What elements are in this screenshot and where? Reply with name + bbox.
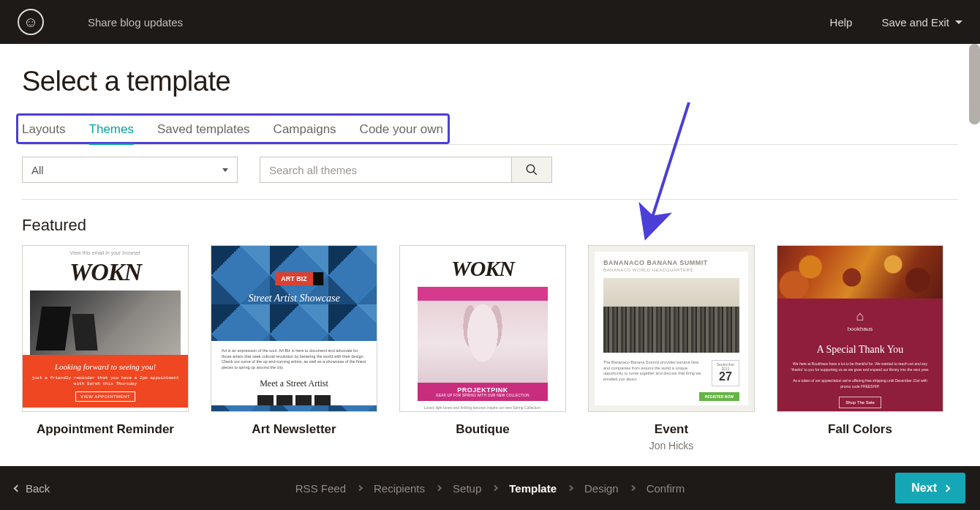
chevron-right-icon [492, 485, 498, 491]
template-title: Appointment Reminder [22, 422, 189, 437]
preview-logo: WOKN [23, 255, 188, 290]
chevron-right-icon [357, 485, 363, 491]
filter-row: All [22, 157, 958, 200]
chevron-down-icon [222, 168, 228, 172]
help-link[interactable]: Help [830, 16, 853, 29]
preview-headline: Looking forward to seeing you! [29, 362, 182, 371]
save-and-exit-label: Save and Exit [881, 16, 949, 29]
search-input[interactable] [260, 157, 511, 183]
template-card-event[interactable]: BANANACO BANANA SUMMIT BANANACO WORLD HE… [588, 245, 755, 451]
tab-saved-templates[interactable]: Saved templates [157, 122, 250, 144]
save-and-exit-button[interactable]: Save and Exit [881, 16, 962, 29]
preview-para-2: As a token of our appreciation we're off… [789, 378, 931, 389]
main-content: Select a template Layouts Themes Saved t… [0, 44, 980, 466]
template-card-art-newsletter[interactable]: ART BIZ Street Artist Showcase Art is an… [211, 245, 377, 451]
preview-photo: PROJEKTPINK GEAR UP FOR SPRING WITH OUR … [418, 287, 548, 401]
preview-inner: BANANACO BANANA SUMMIT BANANACO WORLD HE… [595, 252, 748, 405]
chevron-right-icon [629, 485, 635, 491]
top-header: ☺ Share blog updates Help Save and Exit [0, 0, 980, 44]
template-thumbnail: BANANACO BANANA SUMMIT BANANACO WORLD HE… [588, 245, 755, 412]
tabs: Layouts Themes Saved templates Campaigns… [22, 122, 958, 144]
logo[interactable]: ☺ [18, 9, 44, 35]
preview-skyline [603, 278, 739, 353]
search-button[interactable] [511, 157, 552, 183]
template-thumbnail: ⌂ bookhaus A Special Thank You We here a… [777, 245, 943, 412]
step-confirm[interactable]: Confirm [647, 482, 685, 495]
tab-code-your-own[interactable]: Code your own [360, 122, 443, 144]
preview-body-area: Art is an expression of the soul. Art Bi… [211, 341, 377, 405]
step-design[interactable]: Design [584, 482, 619, 495]
category-filter-value: All [31, 164, 44, 176]
template-card-boutique[interactable]: WOKN PROJEKTPINK GEAR UP FOR SPRING WITH… [399, 245, 566, 451]
preview-button: Shop The Sale [839, 397, 881, 408]
chevron-right-icon [568, 485, 573, 491]
template-thumbnail: View this email in your browser WOKN Loo… [22, 245, 189, 412]
preview-footer-text: Lovely light tones and thrilling texture… [400, 401, 565, 412]
template-title: Art Newsletter [211, 422, 377, 437]
template-author: Jon Hicks [588, 440, 755, 451]
preview-h1: BANANACO BANANA SUMMIT [603, 259, 739, 266]
book-icon: ⌂ [789, 309, 931, 324]
template-title: Event [588, 422, 755, 437]
chevron-right-icon [436, 485, 442, 491]
preview-para: Art is an expression of the soul. Art Bi… [222, 348, 366, 371]
tab-campaigns[interactable]: Campaigns [274, 122, 336, 144]
preview-h2: BANANACO WORLD HEADQUARTERS [603, 268, 739, 272]
preview-body: just a friendly reminder that you have a… [29, 375, 182, 387]
preview-logo: WOKN [400, 246, 565, 287]
tab-layouts[interactable]: Layouts [22, 122, 66, 144]
preview-image-strip [222, 395, 366, 405]
header-right: Help Save and Exit [830, 16, 962, 29]
bottom-bar: Back RSS Feed Recipients Setup Template … [0, 466, 980, 510]
chevron-down-icon [955, 20, 962, 24]
preview-brand: bookhaus [789, 326, 931, 332]
section-title-featured: Featured [22, 216, 958, 235]
chevron-left-icon [14, 484, 21, 492]
template-card-fall-colors[interactable]: ⌂ bookhaus A Special Thank You We here a… [777, 245, 943, 451]
template-grid: View this email in your browser WOKN Loo… [22, 245, 958, 451]
next-button[interactable]: Next [895, 473, 965, 503]
preview-body-area: ⌂ bookhaus A Special Thank You We here a… [777, 299, 943, 412]
tabs-container: Layouts Themes Saved templates Campaigns… [22, 122, 958, 145]
campaign-name[interactable]: Share blog updates [88, 16, 183, 29]
step-recipients[interactable]: Recipients [374, 482, 425, 495]
preview-body: The Bananaco Banana Summit provides bana… [603, 360, 706, 386]
header-left: ☺ Share blog updates [18, 9, 183, 35]
preview-band-title: PROJEKTPINK [418, 386, 548, 394]
step-rss-feed[interactable]: RSS Feed [295, 482, 346, 495]
template-thumbnail: ART BIZ Street Artist Showcase Art is an… [211, 245, 377, 412]
logo-icon: ☺ [23, 15, 38, 29]
preview-date-badge: September 2012 27 [712, 360, 739, 386]
back-label: Back [26, 482, 50, 495]
preview-badge: ART BIZ [275, 272, 313, 285]
template-card-appointment-reminder[interactable]: View this email in your browser WOKN Loo… [22, 245, 189, 451]
template-title: Fall Colors [777, 422, 943, 437]
preview-day: 27 [712, 371, 739, 383]
preview-hero-title: Street Artist Showcase [211, 293, 377, 304]
preview-band: Looking forward to seeing you! just a fr… [23, 355, 188, 408]
search-icon [525, 163, 538, 176]
tab-themes[interactable]: Themes [89, 122, 134, 144]
category-filter-select[interactable]: All [22, 157, 238, 183]
step-setup[interactable]: Setup [453, 482, 481, 495]
page-title: Select a template [22, 66, 958, 97]
preview-title: A Special Thank You [789, 344, 931, 356]
preview-register-button: REGISTER NOW [699, 392, 739, 401]
breadcrumb: RSS Feed Recipients Setup Template Desig… [295, 482, 685, 495]
preview-band-sub: GEAR UP FOR SPRING WITH OUR NEW COLLECTI… [418, 394, 548, 397]
preview-info-row: The Bananaco Banana Summit provides bana… [603, 360, 739, 386]
svg-line-1 [533, 171, 537, 175]
chevron-right-icon [943, 484, 951, 492]
preview-leaves [777, 246, 943, 299]
preview-button: VIEW APPOINTMENT [75, 391, 135, 402]
back-button[interactable]: Back [15, 482, 50, 495]
svg-point-0 [527, 165, 535, 173]
preview-para-1: We here at Bookhaus have a lot to be tha… [789, 361, 931, 372]
preview-subhead: Meet a Street Artist [222, 378, 366, 389]
preview-band: PROJEKTPINK GEAR UP FOR SPRING WITH OUR … [418, 383, 548, 401]
template-thumbnail: WOKN PROJEKTPINK GEAR UP FOR SPRING WITH… [399, 245, 566, 412]
template-title: Boutique [399, 422, 566, 437]
preview-photo [30, 290, 181, 355]
search-container [260, 157, 552, 183]
step-template[interactable]: Template [509, 482, 557, 495]
